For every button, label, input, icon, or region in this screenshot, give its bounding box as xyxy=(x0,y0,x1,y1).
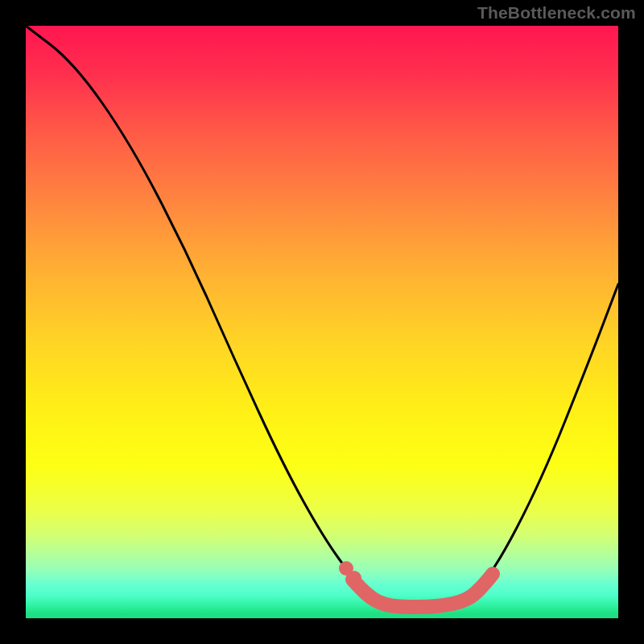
bottleneck-curve-line xyxy=(26,26,618,607)
curve-layer xyxy=(26,26,618,618)
plot-area xyxy=(26,26,618,618)
bottleneck-optimal-dots xyxy=(339,561,361,585)
optimal-marker-dot xyxy=(347,571,361,585)
chart-frame: TheBottleneck.com xyxy=(0,0,644,644)
watermark-text: TheBottleneck.com xyxy=(477,3,636,23)
bottleneck-optimal-highlight xyxy=(353,574,493,607)
